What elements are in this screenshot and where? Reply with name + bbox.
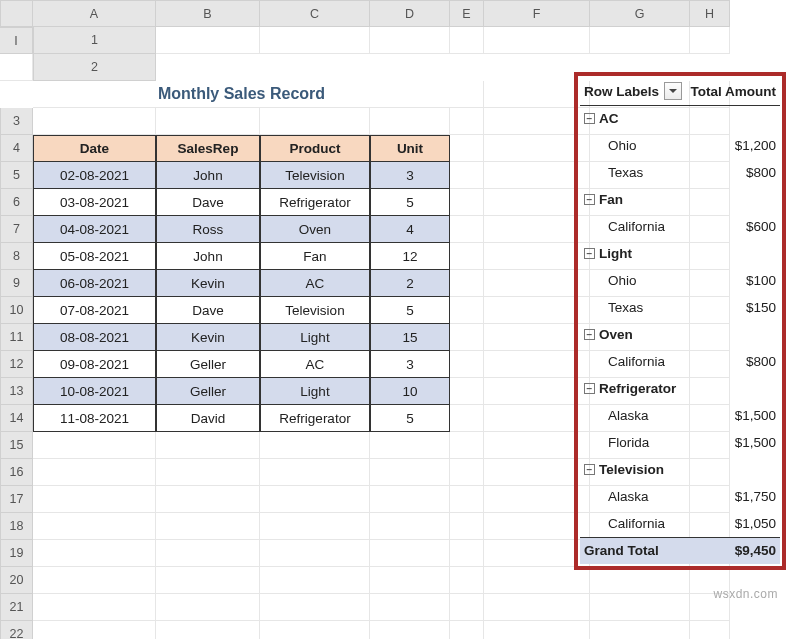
cell[interactable]	[590, 594, 690, 621]
cell[interactable]	[33, 513, 156, 540]
table-cell[interactable]: 3	[370, 162, 450, 189]
row-header-18[interactable]: 18	[0, 513, 33, 540]
table-cell[interactable]: 5	[370, 405, 450, 432]
table-cell[interactable]: AC	[260, 270, 370, 297]
cell[interactable]	[156, 567, 260, 594]
cell[interactable]	[33, 486, 156, 513]
row-header-2[interactable]: 2	[33, 54, 156, 81]
row-header-3[interactable]: 3	[0, 108, 33, 135]
table-cell[interactable]: Geller	[156, 378, 260, 405]
row-header-5[interactable]: 5	[0, 162, 33, 189]
cell[interactable]	[450, 513, 484, 540]
cell[interactable]	[156, 540, 260, 567]
pivot-child-label[interactable]: California	[580, 510, 684, 537]
cell[interactable]	[484, 594, 590, 621]
pivot-header-row-labels[interactable]: Row Labels	[580, 78, 684, 105]
table-header-date[interactable]: Date	[33, 135, 156, 162]
table-cell[interactable]: 03-08-2021	[33, 189, 156, 216]
cell[interactable]	[260, 621, 370, 639]
cell[interactable]	[370, 621, 450, 639]
cell[interactable]	[450, 405, 484, 432]
table-cell[interactable]: 07-08-2021	[33, 297, 156, 324]
row-header-22[interactable]: 22	[0, 621, 33, 639]
table-cell[interactable]: 3	[370, 351, 450, 378]
pivot-group[interactable]: −Fan	[580, 186, 684, 213]
table-cell[interactable]: 04-08-2021	[33, 216, 156, 243]
cell[interactable]	[450, 432, 484, 459]
cell[interactable]	[450, 594, 484, 621]
row-labels-dropdown[interactable]	[664, 82, 682, 100]
cell[interactable]	[33, 459, 156, 486]
table-cell[interactable]: 05-08-2021	[33, 243, 156, 270]
table-cell[interactable]: Light	[260, 324, 370, 351]
cell[interactable]	[370, 513, 450, 540]
cell[interactable]	[156, 486, 260, 513]
cell[interactable]	[450, 189, 484, 216]
cell[interactable]	[690, 27, 730, 54]
cell[interactable]	[370, 594, 450, 621]
cell[interactable]	[260, 459, 370, 486]
cell[interactable]	[590, 567, 690, 594]
column-header-A[interactable]: A	[33, 0, 156, 27]
cell[interactable]	[450, 324, 484, 351]
column-header-G[interactable]: G	[590, 0, 690, 27]
cell[interactable]	[260, 540, 370, 567]
table-cell[interactable]: Fan	[260, 243, 370, 270]
pivot-child-label[interactable]: Florida	[580, 429, 684, 456]
row-header-8[interactable]: 8	[0, 243, 33, 270]
cell[interactable]	[450, 108, 484, 135]
column-header-F[interactable]: F	[484, 0, 590, 27]
row-header-20[interactable]: 20	[0, 567, 33, 594]
pivot-child-label[interactable]: Texas	[580, 159, 684, 186]
cell[interactable]	[450, 81, 484, 108]
cell[interactable]	[260, 486, 370, 513]
table-cell[interactable]: 08-08-2021	[33, 324, 156, 351]
cell[interactable]	[370, 27, 450, 54]
collapse-icon[interactable]: −	[584, 464, 595, 475]
cell[interactable]	[33, 594, 156, 621]
table-cell[interactable]: 02-08-2021	[33, 162, 156, 189]
row-header-7[interactable]: 7	[0, 216, 33, 243]
cell[interactable]	[33, 567, 156, 594]
table-cell[interactable]: 11-08-2021	[33, 405, 156, 432]
pivot-child-label[interactable]: Alaska	[580, 483, 684, 510]
column-header-I[interactable]: I	[0, 27, 33, 54]
cell[interactable]	[0, 54, 33, 81]
cell[interactable]	[690, 621, 730, 639]
cell[interactable]	[156, 513, 260, 540]
pivot-child-label[interactable]: Alaska	[580, 402, 684, 429]
table-header-unit[interactable]: Unit	[370, 135, 450, 162]
pivot-group[interactable]: −Television	[580, 456, 684, 483]
row-header-21[interactable]: 21	[0, 594, 33, 621]
cell[interactable]	[450, 216, 484, 243]
cell[interactable]	[156, 108, 260, 135]
table-cell[interactable]: Oven	[260, 216, 370, 243]
pivot-child-label[interactable]: Ohio	[580, 132, 684, 159]
cell[interactable]	[33, 108, 156, 135]
cell[interactable]	[450, 351, 484, 378]
pivot-child-label[interactable]: Ohio	[580, 267, 684, 294]
pivot-group[interactable]: −Light	[580, 240, 684, 267]
column-header-E[interactable]: E	[450, 0, 484, 27]
cell[interactable]	[450, 540, 484, 567]
table-cell[interactable]: Refrigerator	[260, 405, 370, 432]
table-header-product[interactable]: Product	[260, 135, 370, 162]
cell[interactable]	[260, 594, 370, 621]
cell[interactable]	[450, 486, 484, 513]
table-cell[interactable]: 5	[370, 297, 450, 324]
row-header-19[interactable]: 19	[0, 540, 33, 567]
column-header-H[interactable]: H	[690, 0, 730, 27]
table-cell[interactable]: Geller	[156, 351, 260, 378]
cell[interactable]	[450, 621, 484, 639]
pivot-group[interactable]: −Refrigerator	[580, 375, 684, 402]
column-header-B[interactable]: B	[156, 0, 260, 27]
table-cell[interactable]: Dave	[156, 189, 260, 216]
row-header-10[interactable]: 10	[0, 297, 33, 324]
cell[interactable]	[370, 459, 450, 486]
row-header-14[interactable]: 14	[0, 405, 33, 432]
cell[interactable]	[450, 378, 484, 405]
column-header-C[interactable]: C	[260, 0, 370, 27]
cell[interactable]	[260, 567, 370, 594]
cell[interactable]	[450, 243, 484, 270]
pivot-child-label[interactable]: California	[580, 348, 684, 375]
